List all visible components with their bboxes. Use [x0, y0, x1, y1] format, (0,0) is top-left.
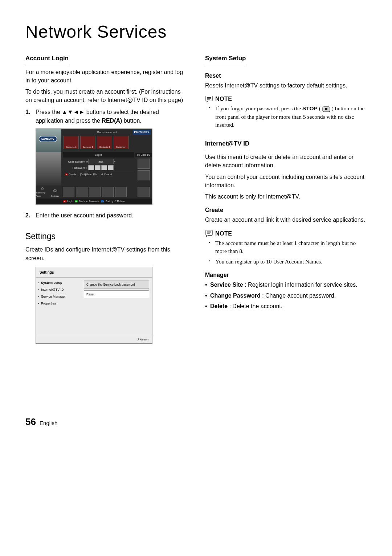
para-create: Create an account and link it with desir…: [205, 216, 367, 224]
heading-reset: Reset: [205, 71, 367, 80]
rec-tile-1: Contents 1: [64, 136, 79, 149]
step-2-text: Enter the user account and password.: [36, 211, 134, 220]
settings-button[interactable]: ⚙ Settings: [49, 185, 61, 199]
note-2-item-b: You can register up to 10 User Account N…: [215, 258, 367, 266]
opt-cancel: Cancel: [101, 173, 112, 176]
heading-system-setup: System Setup: [205, 54, 246, 64]
heading-account-login: Account Login: [25, 54, 69, 64]
by-date-tab: by Date 1/3: [135, 153, 152, 157]
step-1-num: 1.: [25, 108, 32, 124]
bottom-tile: [76, 187, 87, 197]
step-2: 2. Enter the user account and password.: [25, 211, 187, 220]
svg-rect-1: [325, 108, 327, 110]
rec-tile-4: Contents 4: [114, 136, 129, 149]
row-reset[interactable]: Reset: [84, 290, 149, 298]
side-tile-1: [138, 159, 150, 169]
figure-login-screen: SAMSUNG Internet@TV Recommended Contents…: [36, 128, 152, 205]
mgr-item-delete: Delete : Delete the account.: [210, 302, 367, 310]
mgr-item-service-site: Service Site : Register login informatio…: [210, 281, 367, 289]
apps-icon: ⌂: [40, 185, 45, 191]
para-iat-3: This account is only for Internet@TV.: [205, 192, 367, 201]
samsung-logo: SAMSUNG: [39, 136, 57, 142]
note-1-item: If you forgot your password, press the S…: [215, 105, 367, 129]
gear-icon: ⚙: [52, 188, 58, 194]
note-icon: [205, 230, 213, 237]
a-button-icon: A: [65, 173, 68, 176]
step-1: 1. Press the ▲▼◄► buttons to select the …: [25, 108, 187, 124]
b-button-icon: B: [75, 200, 78, 203]
para-account-2: To do this, you must create an account f…: [25, 87, 187, 104]
heading-manager: Manager: [205, 271, 367, 279]
stop-button-icon: [322, 106, 330, 112]
page-title: Network Services: [25, 22, 367, 42]
step-2-num: 2.: [25, 211, 32, 220]
rec-tile-3: Contents 3: [97, 136, 112, 149]
para-settings: Create IDs and configure Internet@TV set…: [25, 245, 187, 262]
right-column: System Setup Reset Resets Internet@TV se…: [205, 53, 367, 344]
page-number: 56: [25, 416, 36, 427]
login-title: Login: [63, 152, 134, 158]
opt-enter-pin: [0~9] Enter PIN: [80, 173, 97, 176]
password-pin-field[interactable]: [88, 165, 114, 170]
mgr-item-change-password: Change Password : Change account passwor…: [210, 291, 367, 300]
rec-tile-2: Contents 2: [80, 136, 95, 149]
page-footer: 56 English: [25, 416, 367, 428]
step-1-red: RED(A): [102, 118, 122, 124]
step-1-pre: Press the: [36, 109, 62, 115]
row-change-password[interactable]: Change the Service Lock password: [84, 281, 149, 289]
note-1-header: NOTE: [205, 95, 367, 103]
bottom-tile: [63, 187, 74, 197]
para-iat-1: Use this menu to create or delete an acc…: [205, 153, 367, 169]
note-2-header: NOTE: [205, 229, 367, 238]
a-button-icon: A: [63, 200, 66, 203]
fig2-title: Settings: [36, 267, 152, 278]
fig2-return: Return: [36, 336, 152, 343]
opt-create: Create: [69, 173, 76, 176]
samsung-apps-button[interactable]: ⌂ Samsung Apps: [36, 185, 49, 199]
password-label: Password :: [64, 166, 87, 170]
user-account-field[interactable]: aaa: [88, 159, 114, 164]
side-tile-3: [138, 187, 150, 197]
sidebar-item-service-manager[interactable]: Service Manager: [38, 294, 79, 299]
sidebar-item-internet-tv-id[interactable]: Internet@TV ID: [38, 287, 79, 292]
note-icon: [205, 96, 213, 102]
para-reset: Resets Internet@TV settings to factory d…: [205, 81, 367, 90]
page-language: English: [40, 420, 57, 426]
internet-tv-badge: Internet@TV: [133, 130, 151, 135]
fig2-sidebar: System setup Internet@TV ID Service Mana…: [36, 278, 81, 336]
preview-image: [36, 152, 61, 185]
stop-label: STOP: [302, 105, 318, 111]
note-2-item-a: The account name must be at least 1 char…: [215, 239, 367, 255]
heading-internet-tv-id: Internet@TV ID: [205, 139, 249, 150]
heading-create: Create: [205, 206, 367, 214]
bottom-tile: [102, 187, 114, 197]
d-button-icon: D: [101, 200, 104, 203]
sidebar-item-properties[interactable]: Properties: [38, 301, 79, 306]
left-column: Account Login For a more enjoyable appli…: [25, 53, 187, 344]
bottom-tile: [115, 187, 127, 197]
para-iat-2: You can control your account including c…: [205, 173, 367, 189]
para-account-1: For a more enjoyable application experie…: [25, 68, 187, 85]
user-account-label: User account :: [64, 160, 87, 164]
figure-settings-screen: Settings System setup Internet@TV ID Ser…: [36, 267, 152, 344]
note-label: NOTE: [215, 229, 232, 238]
bottom-tile: [89, 187, 101, 197]
arrow-buttons-icon: ▲▼◄►: [62, 109, 85, 115]
sidebar-item-system-setup[interactable]: System setup: [38, 281, 79, 285]
heading-settings: Settings: [25, 230, 187, 242]
side-tile-2: [138, 170, 150, 180]
note-label: NOTE: [215, 95, 232, 103]
figure1-footer: A Login B Mark as Favourite D Sort by ↺ …: [36, 199, 152, 204]
step-1-post: button.: [122, 118, 141, 124]
